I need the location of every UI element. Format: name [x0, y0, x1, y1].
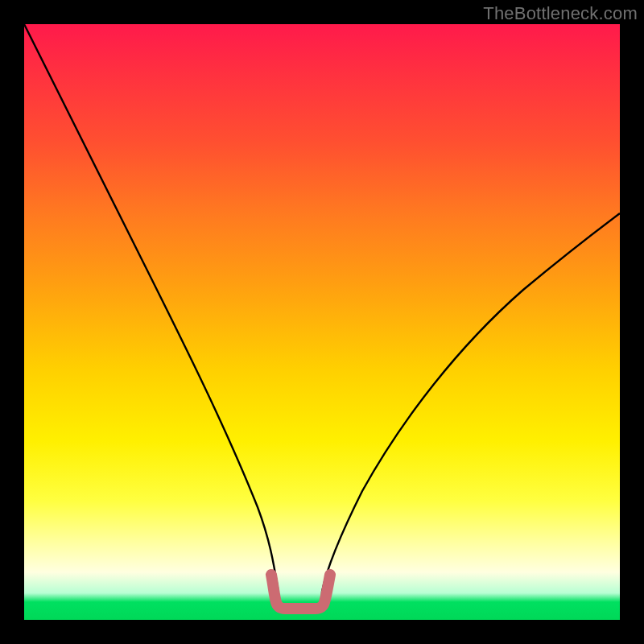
optimal-zone-marker	[271, 575, 330, 609]
bottleneck-curve	[24, 24, 620, 609]
chart-frame: TheBottleneck.com	[0, 0, 644, 644]
chart-svg	[24, 24, 620, 620]
watermark-text: TheBottleneck.com	[483, 3, 638, 24]
